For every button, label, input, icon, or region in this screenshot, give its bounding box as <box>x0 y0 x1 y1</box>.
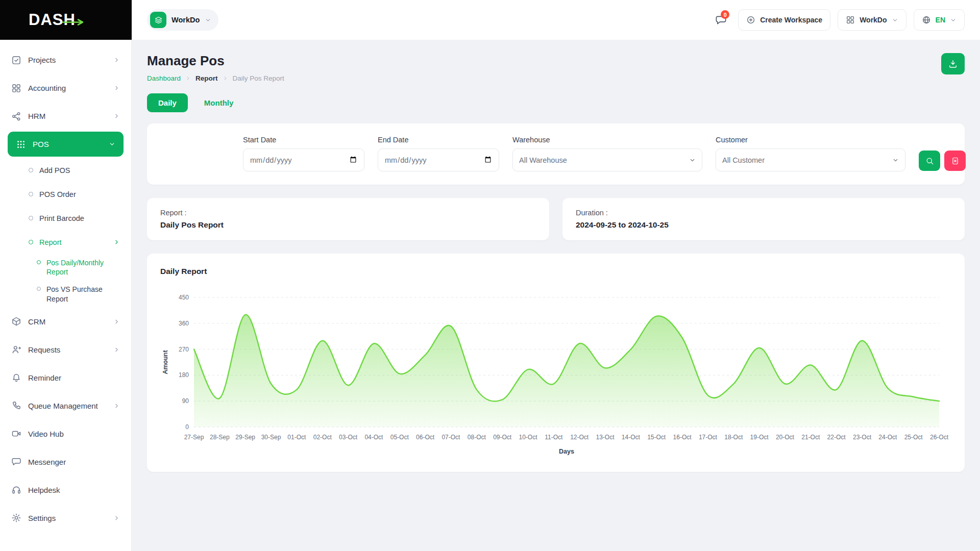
subsubitem-label: Pos VS Purchase Report <box>46 285 110 303</box>
svg-text:25-Oct: 25-Oct <box>904 434 923 441</box>
sidebar-subsubitem-pos-vs-purchase-report[interactable]: Pos VS Purchase Report <box>0 281 131 307</box>
bullet-circle-icon <box>29 216 33 220</box>
svg-text:21-Oct: 21-Oct <box>801 434 820 441</box>
sidebar-item-crm[interactable]: CRM <box>0 308 131 336</box>
create-workspace-label: Create Workspace <box>760 16 822 24</box>
sidebar: Projects Accounting HRM POS Add POS POS … <box>0 40 132 551</box>
phone-icon <box>11 400 21 411</box>
start-date-label: Start Date <box>243 136 364 144</box>
svg-text:30-Sep: 30-Sep <box>261 434 281 441</box>
share-nodes-icon <box>11 111 21 121</box>
sidebar-subitem-pos-order[interactable]: POS Order <box>0 182 131 206</box>
chevron-right-icon <box>113 318 120 325</box>
sidebar-subitem-add-pos[interactable]: Add POS <box>0 158 131 182</box>
account-menu-button[interactable]: WorkDo <box>838 9 906 31</box>
sidebar-item-queue-management[interactable]: Queue Management <box>0 392 131 420</box>
plus-circle-icon <box>746 15 755 24</box>
page-title: Manage Pos <box>147 53 284 69</box>
sidebar-subitem-report[interactable]: Report <box>0 230 131 254</box>
sidebar-item-label: Reminder <box>28 373 61 382</box>
svg-text:03-Oct: 03-Oct <box>339 434 358 441</box>
create-workspace-button[interactable]: Create Workspace <box>738 9 830 31</box>
sidebar-item-hrm[interactable]: HRM <box>0 102 131 130</box>
tab-daily[interactable]: Daily <box>147 93 188 112</box>
sidebar-item-video-hub[interactable]: Video Hub <box>0 420 131 448</box>
report-value: Daily Pos Report <box>160 220 536 230</box>
bullet-circle-icon <box>37 260 41 264</box>
check-square-icon <box>11 55 21 65</box>
svg-text:24-Oct: 24-Oct <box>878 434 897 441</box>
start-date-input[interactable] <box>243 148 364 171</box>
sidebar-item-helpdesk[interactable]: Helpdesk <box>0 476 131 504</box>
sidebar-item-label: Queue Management <box>28 402 98 410</box>
svg-text:08-Oct: 08-Oct <box>468 434 486 441</box>
svg-text:02-Oct: 02-Oct <box>313 434 332 441</box>
reset-filter-button[interactable] <box>944 151 966 171</box>
tab-monthly[interactable]: Monthly <box>193 93 245 112</box>
svg-text:360: 360 <box>179 320 189 327</box>
language-selector[interactable]: EN <box>914 9 965 31</box>
svg-text:01-Oct: 01-Oct <box>287 434 306 441</box>
breadcrumb-report[interactable]: Report <box>195 74 218 82</box>
layers-icon <box>154 16 163 24</box>
warehouse-label: Warehouse <box>512 136 702 144</box>
bullet-circle-icon <box>37 287 41 291</box>
chevron-down-icon <box>109 141 115 147</box>
messages-button[interactable]: 0 <box>710 10 731 30</box>
sidebar-item-accounting[interactable]: Accounting <box>0 74 131 102</box>
logo-area[interactable]: DASH <box>0 0 132 40</box>
grid-icon <box>846 15 855 24</box>
subitem-label: Print Barcode <box>39 214 84 222</box>
customer-select[interactable]: All Customer <box>716 148 905 171</box>
sidebar-item-messenger[interactable]: Messenger <box>0 448 131 476</box>
chevron-down-icon <box>205 17 211 23</box>
customer-field-group: Customer All Customer <box>716 136 905 171</box>
sidebar-subsubitem-pos-daily-monthly-report[interactable]: Pos Daily/Monthly Report <box>0 254 131 281</box>
chevron-right-icon <box>113 85 120 91</box>
chevron-right-icon <box>113 403 120 409</box>
topbar: WorkDo 0 Create Workspace WorkDo <box>132 0 980 40</box>
sidebar-item-pos[interactable]: POS <box>8 132 124 157</box>
chevron-right-icon <box>113 346 120 353</box>
page-header: Manage Pos Dashboard Report Daily Pos Re… <box>147 53 965 82</box>
sidebar-subitem-print-barcode[interactable]: Print Barcode <box>0 206 131 230</box>
svg-text:Days: Days <box>559 448 574 455</box>
svg-text:09-Oct: 09-Oct <box>493 434 512 441</box>
customer-label: Customer <box>716 136 905 144</box>
grid-icon <box>11 83 21 93</box>
language-code: EN <box>936 16 945 24</box>
breadcrumb-dashboard[interactable]: Dashboard <box>147 74 181 82</box>
svg-text:450: 450 <box>179 294 189 301</box>
start-date-field-group: Start Date <box>243 136 364 171</box>
sidebar-item-label: Settings <box>28 514 56 522</box>
sidebar-item-projects[interactable]: Projects <box>0 46 131 74</box>
sidebar-item-label: Messenger <box>28 458 66 466</box>
chart-title: Daily Report <box>160 267 951 276</box>
svg-text:29-Sep: 29-Sep <box>235 434 255 441</box>
workspace-avatar <box>150 12 166 28</box>
summary-row: Report : Daily Pos Report Duration : 202… <box>147 198 965 240</box>
sidebar-item-settings[interactable]: Settings <box>0 504 131 532</box>
warehouse-select[interactable]: All Warehouse <box>512 148 702 171</box>
sidebar-item-requests[interactable]: Requests <box>0 336 131 364</box>
workspace-switcher[interactable]: WorkDo <box>147 9 218 31</box>
report-summary-card: Report : Daily Pos Report <box>147 198 549 240</box>
cube-icon <box>11 316 21 327</box>
subitem-label: Report <box>39 238 62 246</box>
svg-text:15-Oct: 15-Oct <box>647 434 666 441</box>
bell-icon <box>11 372 21 383</box>
svg-text:26-Oct: 26-Oct <box>930 434 949 441</box>
svg-text:04-Oct: 04-Oct <box>364 434 383 441</box>
download-icon <box>948 59 958 69</box>
workspace-name: WorkDo <box>172 16 200 24</box>
download-report-button[interactable] <box>941 53 965 74</box>
video-camera-icon <box>11 429 21 439</box>
sidebar-item-reminder[interactable]: Reminder <box>0 364 131 392</box>
apply-filter-button[interactable] <box>919 151 940 171</box>
bullet-circle-icon <box>29 168 33 172</box>
svg-text:270: 270 <box>179 346 189 353</box>
end-date-input[interactable] <box>378 148 499 171</box>
user-plus-icon <box>11 344 21 355</box>
sidebar-item-label: Projects <box>28 56 56 64</box>
subitem-label: Add POS <box>39 166 70 174</box>
